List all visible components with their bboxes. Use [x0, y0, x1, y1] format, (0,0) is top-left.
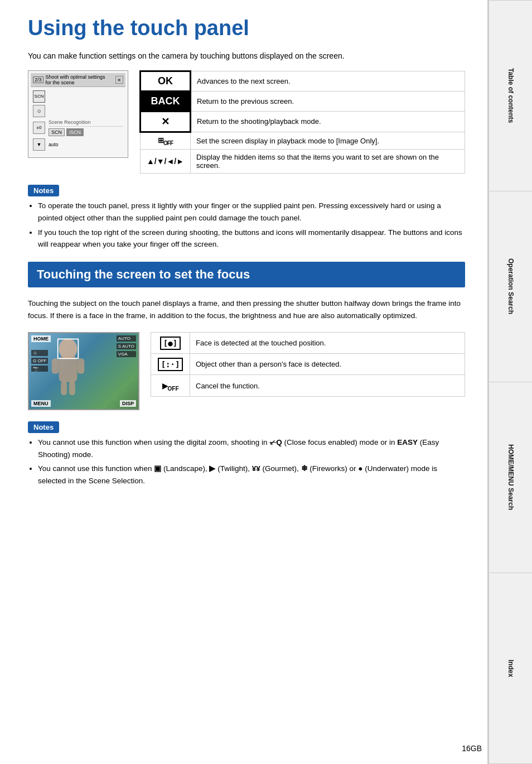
- notes-section-1: Notes: [28, 185, 465, 196]
- sidebar-tab-toc[interactable]: Table of contents: [487, 0, 532, 191]
- cam-row-1: SCN: [33, 90, 123, 103]
- cam-row-2: ☺: [33, 105, 123, 117]
- back-button-cell: BACK: [141, 91, 191, 111]
- grid-description: Set the screen display in playback mode …: [191, 132, 465, 150]
- svg-rect-1: [59, 357, 78, 382]
- photo-icon-smile: ☺: [31, 350, 48, 356]
- photo-disp-btn[interactable]: DISP: [120, 400, 136, 407]
- photo-left-icons: ☺ G OFF 📷: [31, 350, 48, 372]
- icon-description-table: [●] Face is detected at the touched posi…: [151, 332, 465, 397]
- camera-ui-body: SCN ☺ ±0 Scene Recognition SCN iSCN: [31, 88, 125, 155]
- sidebar-tab-operation[interactable]: Operation Search: [487, 191, 532, 382]
- sidebar-tab-index-label: Index: [506, 660, 515, 677]
- cam-header-text: Shoot with optimal settingsfor the scene: [46, 74, 105, 85]
- svg-rect-3: [78, 359, 85, 374]
- arrow-description: Display the hidden items so that the ite…: [191, 150, 465, 174]
- x-button-cell: ✕: [141, 111, 191, 132]
- page-title: Using the touch panel: [28, 17, 465, 40]
- photo-icon-off: G OFF: [31, 358, 48, 364]
- camera-ui-header: 2/3 Shoot with optimal settingsfor the s…: [31, 73, 125, 87]
- section2-banner: Touching the screen to set the focus: [28, 262, 465, 287]
- notes-label-2: Notes: [28, 421, 59, 433]
- cam-icon-arrow: ▼: [33, 138, 45, 151]
- scene-recognition-label: Scene Recognition: [49, 119, 123, 127]
- cam-icon-smile: ☺: [33, 105, 45, 117]
- x-description: Return to the shooting/playback mode.: [191, 111, 465, 132]
- cam-icon-scn: SCN: [33, 90, 45, 103]
- icon-row-off: ▶OFF Cancel the function.: [151, 375, 465, 397]
- photo-icon-auto: AUTO: [117, 335, 136, 342]
- cam-icon-exposure: ±0: [33, 122, 45, 134]
- svg-rect-2: [52, 359, 59, 374]
- cam-close-btn[interactable]: ×: [115, 76, 123, 84]
- svg-point-0: [59, 339, 78, 359]
- icon-row-face: [●] Face is detected at the touched posi…: [151, 333, 465, 354]
- table-row-ok: OK Advances to the next screen.: [141, 71, 465, 91]
- photo-right-icons: AUTO S AUTO VGA: [117, 335, 136, 357]
- object-detect-description: Object other than a person's face is det…: [190, 354, 465, 375]
- face-detect-description: Face is detected at the touched position…: [190, 333, 465, 354]
- sidebar-tab-homemenu-label: HOME/MENU Search: [506, 444, 515, 510]
- diagram-row: 2/3 Shoot with optimal settingsfor the s…: [28, 70, 465, 174]
- sidebar-tab-operation-label: Operation Search: [506, 258, 515, 314]
- notes-label-1: Notes: [28, 185, 59, 196]
- table-row-x: ✕ Return to the shooting/playback mode.: [141, 111, 465, 132]
- photo-home-btn[interactable]: HOME: [31, 335, 51, 342]
- notes-item-1-2: If you touch the top right of the screen…: [38, 227, 465, 251]
- ok-button-cell: OK: [141, 71, 191, 91]
- page-number: 16GB: [462, 744, 482, 753]
- table-row-arrow: ▲/▼/◄/► Display the hidden items so that…: [141, 150, 465, 174]
- sidebar-tab-homemenu[interactable]: HOME/MENU Search: [487, 382, 532, 573]
- baby-silhouette-svg: [46, 336, 90, 397]
- svg-rect-5: [69, 381, 75, 396]
- icon-row-object: [:·] Object other than a person's face i…: [151, 354, 465, 375]
- svg-rect-4: [61, 381, 67, 396]
- cancel-icon: ▶OFF: [151, 375, 190, 397]
- camera-ui-mockup: 2/3 Shoot with optimal settingsfor the s…: [28, 70, 128, 158]
- notes-list-1: To operate the touch panel, press it lig…: [28, 200, 465, 250]
- cam-auto-label: auto: [49, 142, 59, 147]
- sidebar-tab-toc-label: Table of contents: [506, 68, 515, 123]
- scene-tab-iscn[interactable]: iSCN: [66, 128, 84, 136]
- section2-body: Touching the subject on the touch panel …: [28, 297, 465, 323]
- notes-section-2: Notes: [28, 421, 465, 433]
- photo-menu-btn[interactable]: MENU: [31, 400, 51, 407]
- face-detect-icon: [●]: [151, 333, 190, 354]
- button-description-table: OK Advances to the next screen. BACK Ret…: [139, 70, 465, 174]
- back-description: Return to the previous screen.: [191, 91, 465, 111]
- sidebar-tab-index[interactable]: Index: [487, 573, 532, 764]
- scene-tabs: SCN iSCN: [49, 128, 123, 136]
- ok-description: Advances to the next screen.: [191, 71, 465, 91]
- cam-row-4: ▼ auto: [33, 138, 123, 151]
- photo-icon-vga: VGA: [117, 351, 136, 357]
- object-detect-icon: [:·]: [151, 354, 190, 375]
- notes-item-2-2: You cannot use this function when ▣ (Lan…: [38, 463, 465, 487]
- arrow-button-cell: ▲/▼/◄/►: [141, 150, 191, 174]
- notes-item-2-1: You cannot use this function when using …: [38, 436, 465, 460]
- cancel-description: Cancel the function.: [190, 375, 465, 397]
- cam-header-icon: 2/3: [33, 76, 43, 83]
- photo-icon-sauto: S AUTO: [117, 343, 136, 349]
- camera-photo-mockup: HOME MENU DISP AUTO S AUTO VGA ☺ G OFF 📷: [28, 332, 139, 410]
- intro-text: You can make function settings on the ca…: [28, 51, 465, 60]
- grid-button-cell: ⊞OFF: [141, 132, 191, 150]
- scene-tab-scn[interactable]: SCN: [49, 128, 65, 136]
- table-row-back: BACK Return to the previous screen.: [141, 91, 465, 111]
- photo-icon-photo: 📷: [31, 366, 48, 372]
- notes-list-2: You cannot use this function when using …: [28, 436, 465, 487]
- focus-diagram-row: HOME MENU DISP AUTO S AUTO VGA ☺ G OFF 📷…: [28, 332, 465, 410]
- right-sidebar: Table of contents Operation Search HOME/…: [487, 0, 532, 764]
- notes-item-1-1: To operate the touch panel, press it lig…: [38, 200, 465, 224]
- table-row-grid: ⊞OFF Set the screen display in playback …: [141, 132, 465, 150]
- cam-row-3: ±0 Scene Recognition SCN iSCN: [33, 119, 123, 136]
